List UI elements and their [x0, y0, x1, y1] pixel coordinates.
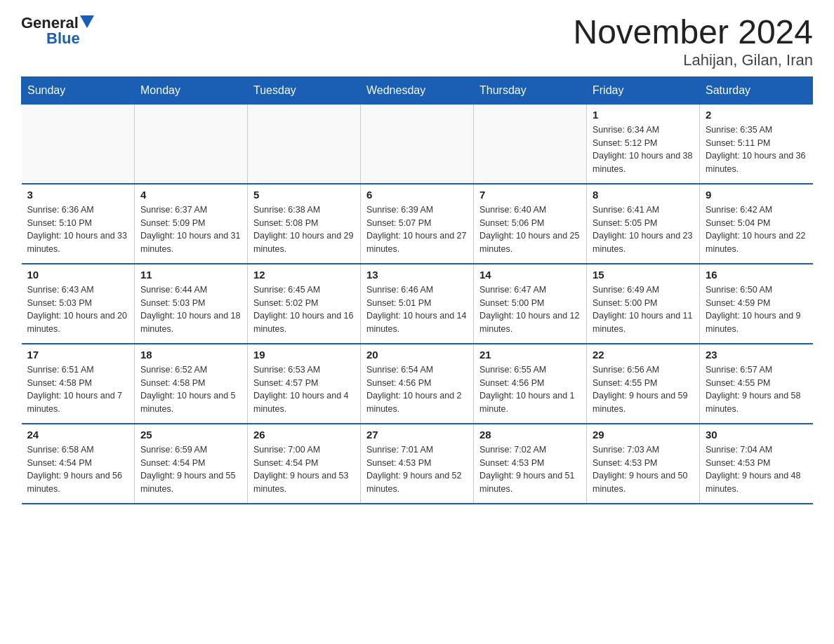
calendar-table: SundayMondayTuesdayWednesdayThursdayFrid…	[21, 76, 813, 504]
day-info: Sunrise: 6:52 AMSunset: 4:58 PMDaylight:…	[140, 363, 241, 416]
day-number: 9	[706, 189, 807, 201]
calendar-cell: 22Sunrise: 6:56 AMSunset: 4:55 PMDayligh…	[587, 344, 700, 424]
day-number: 26	[253, 429, 355, 441]
day-number: 11	[140, 269, 241, 281]
calendar-cell: 12Sunrise: 6:45 AMSunset: 5:02 PMDayligh…	[248, 264, 361, 344]
calendar-title: November 2024	[573, 14, 813, 51]
calendar-cell: 19Sunrise: 6:53 AMSunset: 4:57 PMDayligh…	[248, 344, 361, 424]
calendar-cell: 4Sunrise: 6:37 AMSunset: 5:09 PMDaylight…	[135, 184, 248, 264]
calendar-cell	[22, 104, 135, 184]
logo: General Blue	[21, 14, 94, 48]
day-number: 4	[140, 189, 241, 201]
calendar-cell: 23Sunrise: 6:57 AMSunset: 4:55 PMDayligh…	[700, 344, 813, 424]
day-info: Sunrise: 6:46 AMSunset: 5:01 PMDaylight:…	[366, 283, 468, 336]
day-number: 1	[593, 109, 694, 121]
day-info: Sunrise: 6:58 AMSunset: 4:54 PMDaylight:…	[27, 443, 129, 496]
calendar-cell: 26Sunrise: 7:00 AMSunset: 4:54 PMDayligh…	[248, 424, 361, 504]
weekday-header-tuesday: Tuesday	[248, 76, 361, 104]
day-number: 2	[706, 109, 807, 121]
calendar-week-row: 17Sunrise: 6:51 AMSunset: 4:58 PMDayligh…	[22, 344, 813, 424]
day-number: 7	[479, 189, 581, 201]
page-header: General Blue November 2024 Lahijan, Gila…	[21, 14, 813, 69]
day-number: 29	[593, 429, 694, 441]
day-number: 28	[479, 429, 581, 441]
calendar-cell: 2Sunrise: 6:35 AMSunset: 5:11 PMDaylight…	[700, 104, 813, 184]
day-info: Sunrise: 6:44 AMSunset: 5:03 PMDaylight:…	[140, 283, 241, 336]
day-info: Sunrise: 6:45 AMSunset: 5:02 PMDaylight:…	[253, 283, 355, 336]
calendar-cell: 3Sunrise: 6:36 AMSunset: 5:10 PMDaylight…	[22, 184, 135, 264]
calendar-week-row: 3Sunrise: 6:36 AMSunset: 5:10 PMDaylight…	[22, 184, 813, 264]
day-number: 10	[27, 269, 129, 281]
day-number: 5	[253, 189, 355, 201]
calendar-cell: 24Sunrise: 6:58 AMSunset: 4:54 PMDayligh…	[22, 424, 135, 504]
calendar-week-row: 1Sunrise: 6:34 AMSunset: 5:12 PMDaylight…	[22, 104, 813, 184]
calendar-cell: 20Sunrise: 6:54 AMSunset: 4:56 PMDayligh…	[361, 344, 474, 424]
day-number: 16	[706, 269, 807, 281]
day-number: 22	[593, 349, 694, 361]
day-number: 13	[366, 269, 468, 281]
calendar-cell: 10Sunrise: 6:43 AMSunset: 5:03 PMDayligh…	[22, 264, 135, 344]
calendar-cell: 29Sunrise: 7:03 AMSunset: 4:53 PMDayligh…	[587, 424, 700, 504]
calendar-subtitle: Lahijan, Gilan, Iran	[573, 51, 813, 69]
day-info: Sunrise: 6:34 AMSunset: 5:12 PMDaylight:…	[593, 123, 694, 176]
day-info: Sunrise: 7:04 AMSunset: 4:53 PMDaylight:…	[706, 443, 807, 496]
day-info: Sunrise: 6:50 AMSunset: 4:59 PMDaylight:…	[706, 283, 807, 336]
day-info: Sunrise: 7:03 AMSunset: 4:53 PMDaylight:…	[593, 443, 694, 496]
calendar-cell: 30Sunrise: 7:04 AMSunset: 4:53 PMDayligh…	[700, 424, 813, 504]
day-info: Sunrise: 6:38 AMSunset: 5:08 PMDaylight:…	[253, 203, 355, 256]
day-info: Sunrise: 7:01 AMSunset: 4:53 PMDaylight:…	[366, 443, 468, 496]
calendar-cell: 21Sunrise: 6:55 AMSunset: 4:56 PMDayligh…	[474, 344, 587, 424]
day-number: 27	[366, 429, 468, 441]
day-info: Sunrise: 7:00 AMSunset: 4:54 PMDaylight:…	[253, 443, 355, 496]
calendar-cell: 15Sunrise: 6:49 AMSunset: 5:00 PMDayligh…	[587, 264, 700, 344]
day-number: 15	[593, 269, 694, 281]
day-info: Sunrise: 7:02 AMSunset: 4:53 PMDaylight:…	[479, 443, 581, 496]
weekday-header-friday: Friday	[587, 76, 700, 104]
day-info: Sunrise: 6:40 AMSunset: 5:06 PMDaylight:…	[479, 203, 581, 256]
weekday-header-monday: Monday	[135, 76, 248, 104]
calendar-cell: 13Sunrise: 6:46 AMSunset: 5:01 PMDayligh…	[361, 264, 474, 344]
calendar-cell: 6Sunrise: 6:39 AMSunset: 5:07 PMDaylight…	[361, 184, 474, 264]
day-info: Sunrise: 6:55 AMSunset: 4:56 PMDaylight:…	[479, 363, 581, 416]
day-info: Sunrise: 6:42 AMSunset: 5:04 PMDaylight:…	[706, 203, 807, 256]
day-number: 30	[706, 429, 807, 441]
day-number: 18	[140, 349, 241, 361]
calendar-cell: 8Sunrise: 6:41 AMSunset: 5:05 PMDaylight…	[587, 184, 700, 264]
day-number: 24	[27, 429, 129, 441]
day-info: Sunrise: 6:36 AMSunset: 5:10 PMDaylight:…	[27, 203, 129, 256]
calendar-cell: 9Sunrise: 6:42 AMSunset: 5:04 PMDaylight…	[700, 184, 813, 264]
weekday-header-row: SundayMondayTuesdayWednesdayThursdayFrid…	[22, 76, 813, 104]
day-info: Sunrise: 6:56 AMSunset: 4:55 PMDaylight:…	[593, 363, 694, 416]
day-info: Sunrise: 6:53 AMSunset: 4:57 PMDaylight:…	[253, 363, 355, 416]
day-info: Sunrise: 6:49 AMSunset: 5:00 PMDaylight:…	[593, 283, 694, 336]
day-number: 25	[140, 429, 241, 441]
logo-blue: Blue	[46, 29, 80, 48]
title-block: November 2024 Lahijan, Gilan, Iran	[573, 14, 813, 69]
day-number: 14	[479, 269, 581, 281]
day-info: Sunrise: 6:35 AMSunset: 5:11 PMDaylight:…	[706, 123, 807, 176]
calendar-cell	[361, 104, 474, 184]
day-number: 17	[27, 349, 129, 361]
logo-triangle-icon	[80, 15, 94, 29]
calendar-week-row: 24Sunrise: 6:58 AMSunset: 4:54 PMDayligh…	[22, 424, 813, 504]
day-number: 12	[253, 269, 355, 281]
calendar-cell: 11Sunrise: 6:44 AMSunset: 5:03 PMDayligh…	[135, 264, 248, 344]
weekday-header-thursday: Thursday	[474, 76, 587, 104]
day-number: 8	[593, 189, 694, 201]
calendar-cell: 7Sunrise: 6:40 AMSunset: 5:06 PMDaylight…	[474, 184, 587, 264]
day-number: 21	[479, 349, 581, 361]
day-number: 20	[366, 349, 468, 361]
calendar-cell: 27Sunrise: 7:01 AMSunset: 4:53 PMDayligh…	[361, 424, 474, 504]
day-number: 3	[27, 189, 129, 201]
calendar-cell: 5Sunrise: 6:38 AMSunset: 5:08 PMDaylight…	[248, 184, 361, 264]
calendar-cell: 18Sunrise: 6:52 AMSunset: 4:58 PMDayligh…	[135, 344, 248, 424]
day-info: Sunrise: 6:54 AMSunset: 4:56 PMDaylight:…	[366, 363, 468, 416]
calendar-cell: 14Sunrise: 6:47 AMSunset: 5:00 PMDayligh…	[474, 264, 587, 344]
day-info: Sunrise: 6:43 AMSunset: 5:03 PMDaylight:…	[27, 283, 129, 336]
calendar-cell: 1Sunrise: 6:34 AMSunset: 5:12 PMDaylight…	[587, 104, 700, 184]
calendar-cell: 17Sunrise: 6:51 AMSunset: 4:58 PMDayligh…	[22, 344, 135, 424]
day-number: 6	[366, 189, 468, 201]
day-info: Sunrise: 6:37 AMSunset: 5:09 PMDaylight:…	[140, 203, 241, 256]
day-info: Sunrise: 6:47 AMSunset: 5:00 PMDaylight:…	[479, 283, 581, 336]
calendar-cell: 16Sunrise: 6:50 AMSunset: 4:59 PMDayligh…	[700, 264, 813, 344]
